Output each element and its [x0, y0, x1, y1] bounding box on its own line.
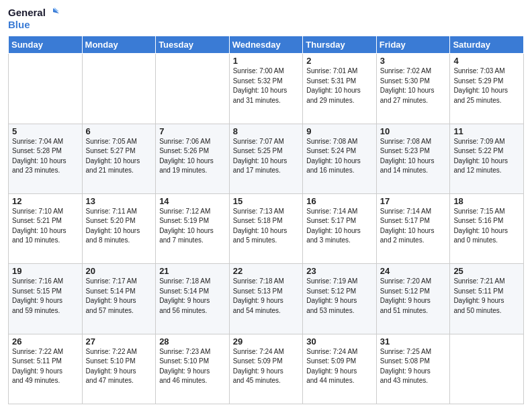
- day-number: 11: [453, 126, 520, 136]
- day-info: Sunrise: 7:01 AM Sunset: 5:31 PM Dayligh…: [306, 66, 373, 105]
- col-header-tuesday: Tuesday: [156, 36, 230, 54]
- day-number: 29: [233, 336, 300, 347]
- day-number: 24: [380, 266, 447, 276]
- day-number: 19: [12, 266, 79, 276]
- day-cell-25: 25Sunrise: 7:21 AM Sunset: 5:11 PM Dayli…: [450, 264, 524, 334]
- day-number: 10: [380, 126, 447, 136]
- day-number: 9: [306, 126, 373, 136]
- week-row-3: 12Sunrise: 7:10 AM Sunset: 5:21 PM Dayli…: [9, 193, 524, 263]
- day-info: Sunrise: 7:22 AM Sunset: 5:10 PM Dayligh…: [86, 347, 152, 386]
- day-cell-30: 30Sunrise: 7:24 AM Sunset: 5:09 PM Dayli…: [303, 334, 377, 404]
- week-row-2: 5Sunrise: 7:04 AM Sunset: 5:28 PM Daylig…: [9, 124, 524, 193]
- day-cell-2: 2Sunrise: 7:01 AM Sunset: 5:31 PM Daylig…: [303, 54, 377, 124]
- day-cell-4: 4Sunrise: 7:03 AM Sunset: 5:29 PM Daylig…: [450, 54, 524, 124]
- col-header-thursday: Thursday: [303, 36, 377, 54]
- day-number: 31: [380, 336, 447, 347]
- day-cell-15: 15Sunrise: 7:13 AM Sunset: 5:18 PM Dayli…: [229, 193, 303, 263]
- day-number: 25: [453, 266, 520, 276]
- day-cell-28: 28Sunrise: 7:23 AM Sunset: 5:10 PM Dayli…: [156, 334, 230, 404]
- day-number: 23: [306, 266, 373, 276]
- day-info: Sunrise: 7:14 AM Sunset: 5:17 PM Dayligh…: [306, 207, 373, 246]
- day-info: Sunrise: 7:23 AM Sunset: 5:10 PM Dayligh…: [159, 347, 226, 386]
- calendar-header-row: SundayMondayTuesdayWednesdayThursdayFrid…: [9, 36, 524, 54]
- day-number: 27: [86, 336, 152, 347]
- day-info: Sunrise: 7:22 AM Sunset: 5:11 PM Dayligh…: [12, 347, 79, 386]
- day-cell-23: 23Sunrise: 7:19 AM Sunset: 5:12 PM Dayli…: [303, 264, 377, 334]
- day-number: 28: [159, 336, 226, 347]
- day-cell-8: 8Sunrise: 7:07 AM Sunset: 5:25 PM Daylig…: [229, 124, 303, 193]
- day-cell-9: 9Sunrise: 7:08 AM Sunset: 5:24 PM Daylig…: [303, 124, 377, 193]
- day-number: 12: [12, 196, 79, 206]
- col-header-friday: Friday: [376, 36, 450, 54]
- col-header-sunday: Sunday: [9, 36, 83, 54]
- svg-marker-1: [54, 7, 59, 11]
- day-number: 30: [306, 336, 373, 347]
- day-number: 18: [453, 196, 520, 206]
- day-cell-24: 24Sunrise: 7:20 AM Sunset: 5:12 PM Dayli…: [376, 264, 450, 334]
- week-row-1: 1Sunrise: 7:00 AM Sunset: 5:32 PM Daylig…: [9, 54, 524, 124]
- day-number: 7: [159, 126, 226, 136]
- day-info: Sunrise: 7:17 AM Sunset: 5:14 PM Dayligh…: [86, 277, 152, 316]
- day-info: Sunrise: 7:06 AM Sunset: 5:26 PM Dayligh…: [159, 137, 226, 176]
- day-number: 6: [86, 126, 152, 136]
- col-header-monday: Monday: [82, 36, 156, 54]
- day-cell-19: 19Sunrise: 7:16 AM Sunset: 5:15 PM Dayli…: [9, 264, 83, 334]
- day-info: Sunrise: 7:11 AM Sunset: 5:20 PM Dayligh…: [86, 207, 152, 246]
- day-cell-20: 20Sunrise: 7:17 AM Sunset: 5:14 PM Dayli…: [82, 264, 156, 334]
- day-number: 17: [380, 196, 447, 206]
- day-info: Sunrise: 7:12 AM Sunset: 5:19 PM Dayligh…: [159, 207, 226, 246]
- day-info: Sunrise: 7:13 AM Sunset: 5:18 PM Dayligh…: [233, 207, 300, 246]
- day-number: 26: [12, 336, 79, 347]
- day-number: 8: [233, 126, 300, 136]
- empty-cell: [156, 54, 230, 124]
- day-cell-16: 16Sunrise: 7:14 AM Sunset: 5:17 PM Dayli…: [303, 193, 377, 263]
- logo-line1: General: [8, 7, 46, 18]
- day-cell-22: 22Sunrise: 7:18 AM Sunset: 5:13 PM Dayli…: [229, 264, 303, 334]
- empty-cell: [450, 334, 524, 404]
- day-cell-6: 6Sunrise: 7:05 AM Sunset: 5:27 PM Daylig…: [82, 124, 156, 193]
- day-cell-21: 21Sunrise: 7:18 AM Sunset: 5:14 PM Dayli…: [156, 264, 230, 334]
- day-info: Sunrise: 7:05 AM Sunset: 5:27 PM Dayligh…: [86, 137, 152, 176]
- day-info: Sunrise: 7:03 AM Sunset: 5:29 PM Dayligh…: [453, 66, 520, 105]
- day-cell-31: 31Sunrise: 7:25 AM Sunset: 5:08 PM Dayli…: [376, 334, 450, 404]
- day-info: Sunrise: 7:24 AM Sunset: 5:09 PM Dayligh…: [233, 347, 300, 386]
- day-info: Sunrise: 7:20 AM Sunset: 5:12 PM Dayligh…: [380, 277, 447, 316]
- day-info: Sunrise: 7:16 AM Sunset: 5:15 PM Dayligh…: [12, 277, 79, 316]
- day-cell-10: 10Sunrise: 7:08 AM Sunset: 5:23 PM Dayli…: [376, 124, 450, 193]
- day-cell-27: 27Sunrise: 7:22 AM Sunset: 5:10 PM Dayli…: [82, 334, 156, 404]
- calendar-table: SundayMondayTuesdayWednesdayThursdayFrid…: [8, 36, 524, 404]
- day-cell-18: 18Sunrise: 7:15 AM Sunset: 5:16 PM Dayli…: [450, 193, 524, 263]
- day-info: Sunrise: 7:18 AM Sunset: 5:14 PM Dayligh…: [159, 277, 226, 316]
- day-cell-13: 13Sunrise: 7:11 AM Sunset: 5:20 PM Dayli…: [82, 193, 156, 263]
- day-number: 21: [159, 266, 226, 276]
- day-number: 5: [12, 126, 79, 136]
- day-info: Sunrise: 7:09 AM Sunset: 5:22 PM Dayligh…: [453, 137, 520, 176]
- day-cell-3: 3Sunrise: 7:02 AM Sunset: 5:30 PM Daylig…: [376, 54, 450, 124]
- day-info: Sunrise: 7:02 AM Sunset: 5:30 PM Dayligh…: [380, 66, 447, 105]
- day-info: Sunrise: 7:15 AM Sunset: 5:16 PM Dayligh…: [453, 207, 520, 246]
- col-header-saturday: Saturday: [450, 36, 524, 54]
- day-info: Sunrise: 7:25 AM Sunset: 5:08 PM Dayligh…: [380, 347, 447, 386]
- day-number: 16: [306, 196, 373, 206]
- day-info: Sunrise: 7:08 AM Sunset: 5:23 PM Dayligh…: [380, 137, 447, 176]
- day-number: 20: [86, 266, 152, 276]
- day-info: Sunrise: 7:08 AM Sunset: 5:24 PM Dayligh…: [306, 137, 373, 176]
- logo-bird-icon: [47, 7, 59, 19]
- day-info: Sunrise: 7:24 AM Sunset: 5:09 PM Dayligh…: [306, 347, 373, 386]
- day-cell-7: 7Sunrise: 7:06 AM Sunset: 5:26 PM Daylig…: [156, 124, 230, 193]
- day-number: 13: [86, 196, 152, 206]
- day-info: Sunrise: 7:21 AM Sunset: 5:11 PM Dayligh…: [453, 277, 520, 316]
- day-info: Sunrise: 7:07 AM Sunset: 5:25 PM Dayligh…: [233, 137, 300, 176]
- logo-line2: Blue: [8, 19, 59, 30]
- day-number: 2: [306, 56, 373, 66]
- day-cell-29: 29Sunrise: 7:24 AM Sunset: 5:09 PM Dayli…: [229, 334, 303, 404]
- day-cell-1: 1Sunrise: 7:00 AM Sunset: 5:32 PM Daylig…: [229, 54, 303, 124]
- day-info: Sunrise: 7:19 AM Sunset: 5:12 PM Dayligh…: [306, 277, 373, 316]
- day-cell-12: 12Sunrise: 7:10 AM Sunset: 5:21 PM Dayli…: [9, 193, 83, 263]
- week-row-5: 26Sunrise: 7:22 AM Sunset: 5:11 PM Dayli…: [9, 334, 524, 404]
- day-number: 15: [233, 196, 300, 206]
- day-number: 4: [453, 56, 520, 66]
- day-cell-14: 14Sunrise: 7:12 AM Sunset: 5:19 PM Dayli…: [156, 193, 230, 263]
- day-info: Sunrise: 7:18 AM Sunset: 5:13 PM Dayligh…: [233, 277, 300, 316]
- day-cell-5: 5Sunrise: 7:04 AM Sunset: 5:28 PM Daylig…: [9, 124, 83, 193]
